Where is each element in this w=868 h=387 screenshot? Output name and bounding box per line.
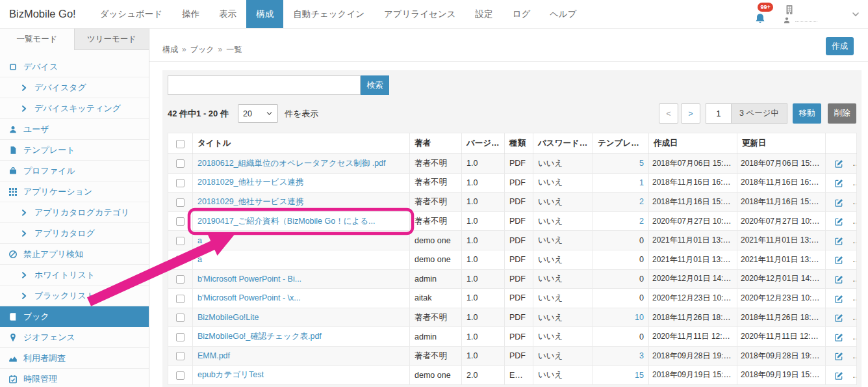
cell-updated: 2018年09月19日 15:00:59 [737,366,826,385]
prev-page-button[interactable]: < [659,103,678,124]
cell-password: いいえ [533,173,593,193]
book-title-link[interactable]: b'Microsoft PowerPoint - Bi... [198,274,301,284]
template-count-link[interactable]: 3 [639,351,644,360]
row-checkbox[interactable] [176,295,185,303]
cell-author: 著者不明 [410,308,462,327]
cell-updated: 2018年11月26日 18:27:50 [737,308,826,327]
sidebar-item[interactable]: アプリカタログ [0,223,149,244]
nav-item[interactable]: 構成 [246,0,283,28]
nav-item[interactable]: 操作 [172,0,209,28]
next-page-button[interactable]: > [681,103,700,124]
template-count-link[interactable]: 1 [639,178,644,187]
cell-updated: 2020年12月23日 10:19:01 [737,289,826,308]
template-count-link[interactable]: 2 [639,197,644,206]
cell-created: 2018年09月19日 15:00:59 [649,366,737,385]
edit-icon[interactable] [835,371,843,380]
move-button[interactable]: 移動 [793,103,821,124]
page-size-select[interactable]: 20 [238,104,278,123]
sidebar-item[interactable]: アプリケーション [0,181,149,202]
sidebar-item[interactable]: デバイスタグ [0,77,149,98]
row-checkbox[interactable] [176,275,185,284]
row-checkbox[interactable] [176,256,185,264]
sidebar-item[interactable]: プロファイル [0,161,149,181]
search-button[interactable]: 検索 [361,75,389,95]
breadcrumb-part: 一覧 [226,45,242,54]
edit-icon[interactable] [835,179,843,187]
row-checkbox[interactable] [176,159,185,168]
book-title-link[interactable]: 20180612_組織単位のオペレータアクセス制御 .pdf [198,159,386,168]
book-title-link[interactable]: 20181029_他社サービス連携 [198,178,303,187]
sidebar-item-label: アプリカタログカテゴリ [34,207,129,219]
notifications-button[interactable]: 99+ [753,1,776,27]
book-title-link[interactable]: b'Microsoft PowerPoint - \x... [198,293,301,302]
template-count-link[interactable]: 15 [635,371,644,380]
book-title-link[interactable]: epubカテゴリTest [198,370,264,379]
sidebar-item-label: 利用者調査 [23,353,66,364]
nav-item[interactable]: 設定 [466,0,503,28]
edit-icon[interactable] [835,333,843,341]
book-title-link[interactable]: 20181029_他社サービス連携 [198,197,303,206]
sidebar-item[interactable]: アプリカタログカテゴリ [0,202,149,223]
sidebar-item[interactable]: 時限管理 [0,369,149,387]
row-checkbox[interactable] [176,371,185,380]
book-title-link[interactable]: 20190417_ご紹介資料（BizMobile Go！による... [198,217,376,226]
row-checkbox[interactable] [176,352,185,360]
sidebar-item[interactable]: デバイス [0,57,149,77]
row-checkbox[interactable] [176,179,185,187]
edit-icon[interactable] [835,198,843,207]
template-count-link[interactable]: 10 [635,313,644,322]
row-actions [826,211,857,231]
table-row: 20181029_他社サービス連携著者不明1.0PDFいいえ12018年11月1… [168,173,857,193]
chevron-down-icon[interactable] [851,10,860,19]
tab-list-mode[interactable]: 一覧モード [0,29,74,50]
edit-icon[interactable] [835,237,843,245]
sidebar-item[interactable]: 利用者調査 [0,348,149,369]
edit-icon[interactable] [835,275,843,284]
nav-item[interactable]: アプリライセンス [374,0,466,28]
book-title-link[interactable]: BizMobileGo!_確認チェック表.pdf [198,332,322,341]
create-button[interactable]: 作成 [826,37,854,55]
cell-version: 1.0 [462,269,505,289]
sidebar-item[interactable]: ブック [0,306,149,327]
nav-item[interactable]: 自動チェックイン [283,0,374,28]
nav-item[interactable]: ログ [503,0,541,28]
breadcrumb-part[interactable]: ブック [190,45,214,54]
edit-icon[interactable] [835,217,843,226]
sidebar-item[interactable]: デバイスキッティング [0,98,149,119]
edit-icon[interactable] [835,295,843,303]
sidebar-item[interactable]: ホワイトリスト [0,265,149,286]
row-checkbox[interactable] [176,237,185,245]
row-checkbox[interactable] [176,314,185,322]
page-number-input[interactable] [706,103,732,124]
book-title-link[interactable]: a [198,236,202,245]
account-summary [783,5,817,24]
nav-item[interactable]: ダッシュボード [90,0,172,28]
delete-button[interactable]: 削除 [828,103,856,124]
sidebar-item[interactable]: ユーザ [0,119,149,140]
tab-tree-mode[interactable]: ツリーモード [74,29,149,50]
row-checkbox[interactable] [176,333,185,341]
sidebar-item[interactable]: ジオフェンス [0,327,149,348]
book-title-link[interactable]: EMM.pdf [198,351,230,360]
nav-item[interactable]: 表示 [209,0,246,28]
book-title-link[interactable]: a [198,255,202,264]
nav-item[interactable]: ヘルプ [540,0,586,28]
title-cell: EMM.pdf [193,346,410,366]
row-checkbox[interactable] [176,217,185,226]
sidebar-item[interactable]: 禁止アプリ検知 [0,244,149,265]
row-checkbox[interactable] [176,198,185,207]
select-all-checkbox[interactable] [176,140,185,148]
sidebar-item[interactable]: テンプレート [0,140,149,161]
template-count-link[interactable]: 2 [639,217,644,226]
search-input[interactable] [168,75,361,95]
edit-icon[interactable] [835,314,843,322]
edit-icon[interactable] [835,256,843,264]
book-title-link[interactable]: BizMobileGo!Lite [198,313,259,322]
table-row: BizMobileGo!_確認チェック表.pdfadmin1.0PDFいいえ02… [168,327,857,347]
breadcrumb-part[interactable]: 構成 [162,45,178,54]
template-count-link[interactable]: 5 [639,159,644,168]
edit-icon[interactable] [835,159,843,168]
cell-author: 著者不明 [410,154,462,174]
sidebar-item[interactable]: ブラックリスト [0,286,149,306]
edit-icon[interactable] [835,352,843,360]
